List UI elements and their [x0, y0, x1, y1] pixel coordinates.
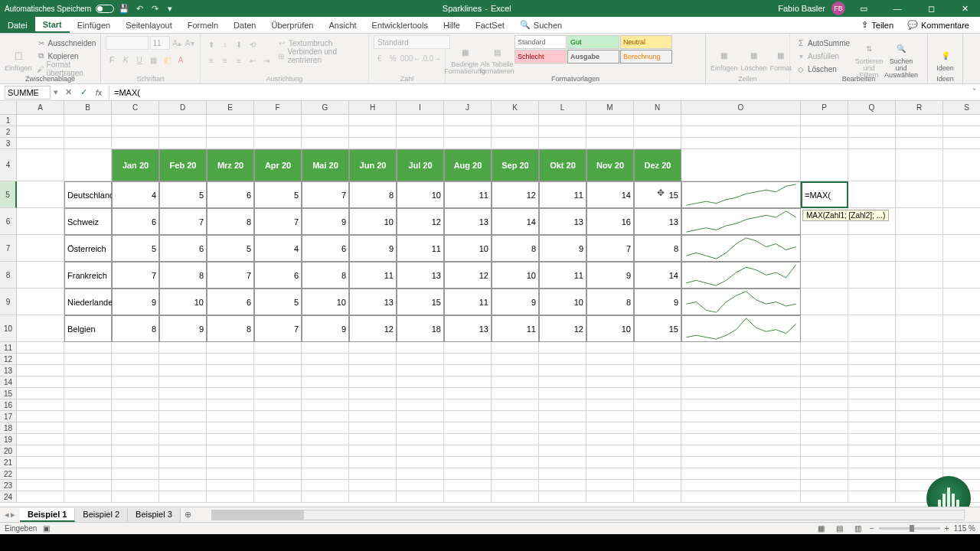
zoom-out-icon[interactable]: −	[870, 524, 874, 533]
cell[interactable]	[207, 411, 254, 422]
cell[interactable]: 6	[207, 289, 254, 315]
cell[interactable]	[492, 434, 539, 445]
cell[interactable]	[586, 377, 634, 388]
tab-daten[interactable]: Daten	[226, 17, 263, 33]
col-header[interactable]: F	[254, 101, 302, 115]
row-header[interactable]: 21	[0, 457, 17, 468]
cell[interactable]	[302, 365, 349, 377]
cell[interactable]	[634, 126, 681, 138]
cell[interactable]	[64, 480, 112, 491]
cell[interactable]	[17, 377, 64, 388]
cell[interactable]	[896, 289, 943, 315]
cell[interactable]	[801, 138, 848, 149]
fx-icon[interactable]: fx	[92, 86, 106, 99]
cell[interactable]	[586, 491, 634, 503]
cell[interactable]	[444, 399, 492, 411]
redo-icon[interactable]: ↷	[149, 3, 160, 14]
cell[interactable]	[896, 342, 943, 354]
cell[interactable]	[492, 468, 539, 480]
cell[interactable]	[254, 445, 302, 457]
col-header[interactable]: J	[444, 101, 492, 115]
cell[interactable]: 10	[586, 315, 634, 342]
cell[interactable]	[586, 480, 634, 491]
cell[interactable]	[112, 377, 159, 388]
cell[interactable]	[634, 457, 681, 468]
cell[interactable]: 10	[492, 262, 539, 289]
cell[interactable]	[254, 399, 302, 411]
cell[interactable]	[586, 468, 634, 480]
row-header[interactable]: 8	[0, 262, 17, 289]
tab-start[interactable]: Start	[35, 17, 70, 33]
cell[interactable]	[444, 491, 492, 503]
cell[interactable]	[492, 457, 539, 468]
cell[interactable]: 13	[444, 315, 492, 342]
cell[interactable]	[159, 422, 207, 434]
cell[interactable]: 9	[302, 315, 349, 342]
percent-icon[interactable]: %	[387, 52, 400, 64]
cell[interactable]	[848, 354, 896, 365]
user-name[interactable]: Fabio Basler	[778, 4, 825, 13]
cell[interactable]	[64, 115, 112, 126]
cell[interactable]	[159, 115, 207, 126]
cell[interactable]	[349, 422, 397, 434]
cell[interactable]	[17, 468, 64, 480]
font-size-select[interactable]: 11	[150, 36, 170, 50]
cell[interactable]	[112, 138, 159, 149]
cell[interactable]	[492, 388, 539, 399]
cell[interactable]	[492, 365, 539, 377]
cell[interactable]	[681, 491, 801, 503]
cell[interactable]	[492, 411, 539, 422]
cell[interactable]	[64, 399, 112, 411]
cell[interactable]: 13	[539, 208, 586, 235]
cell[interactable]	[64, 388, 112, 399]
row-header[interactable]: 17	[0, 411, 17, 422]
cell[interactable]	[586, 365, 634, 377]
cell[interactable]	[254, 491, 302, 503]
macro-record-icon[interactable]: ▣	[43, 524, 50, 533]
sparkline-cell[interactable]	[681, 208, 801, 235]
cell[interactable]	[207, 445, 254, 457]
cell[interactable]: Aug 20	[444, 149, 492, 181]
cell[interactable]: 12	[492, 181, 539, 208]
cut-button[interactable]: ✂Ausschneiden	[35, 37, 98, 49]
cell[interactable]	[17, 365, 64, 377]
cell[interactable]: 8	[586, 289, 634, 315]
increase-font-icon[interactable]: A▴	[172, 37, 183, 49]
cell[interactable]	[397, 115, 444, 126]
cell[interactable]	[492, 354, 539, 365]
bold-button[interactable]: F	[106, 54, 118, 66]
cell[interactable]	[943, 422, 980, 434]
tab-hilfe[interactable]: Hilfe	[436, 17, 468, 33]
cell[interactable]: 5	[207, 235, 254, 262]
italic-button[interactable]: K	[119, 54, 132, 66]
cell[interactable]	[302, 115, 349, 126]
cell[interactable]: 18	[397, 315, 444, 342]
cell[interactable]	[64, 354, 112, 365]
col-header[interactable]: G	[302, 101, 349, 115]
col-header[interactable]: K	[492, 101, 539, 115]
cell[interactable]	[801, 262, 848, 289]
cell[interactable]	[17, 315, 64, 342]
cell[interactable]	[801, 422, 848, 434]
cell[interactable]	[539, 457, 586, 468]
cell[interactable]: 8	[112, 315, 159, 342]
align-bottom-icon[interactable]: ⬇	[233, 38, 245, 51]
cell[interactable]	[397, 388, 444, 399]
cell[interactable]	[112, 388, 159, 399]
cell[interactable]	[64, 377, 112, 388]
cell[interactable]	[681, 115, 801, 126]
cell[interactable]	[492, 445, 539, 457]
cell[interactable]: 10	[159, 289, 207, 315]
cell[interactable]	[17, 388, 64, 399]
cell[interactable]	[302, 411, 349, 422]
cell[interactable]: 9	[492, 289, 539, 315]
cell[interactable]	[397, 491, 444, 503]
row-header[interactable]: 15	[0, 388, 17, 399]
cell[interactable]	[848, 399, 896, 411]
cell[interactable]: 8	[207, 315, 254, 342]
cell[interactable]	[397, 126, 444, 138]
cell[interactable]: 9	[539, 235, 586, 262]
cell[interactable]	[207, 115, 254, 126]
cell[interactable]: Jul 20	[397, 149, 444, 181]
cell[interactable]	[681, 411, 801, 422]
